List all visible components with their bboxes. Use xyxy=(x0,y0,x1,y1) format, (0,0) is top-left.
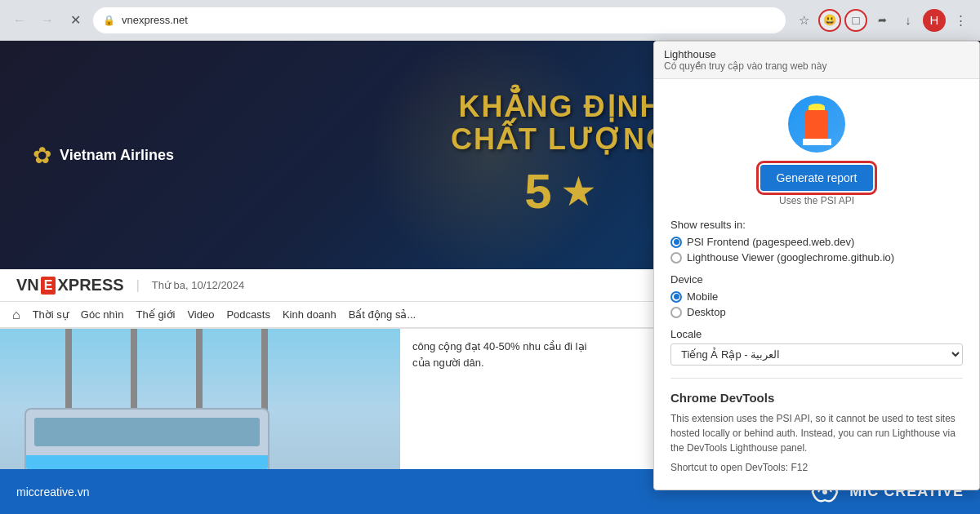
devtools-description: This extension uses the PSI API, so it c… xyxy=(670,411,963,455)
desktop-option[interactable]: Desktop xyxy=(670,306,963,318)
browser-actions: ☆ 😃 □ ➦ ↓ H ⋮ xyxy=(792,9,972,32)
device-label: Device xyxy=(670,273,963,286)
profile-button[interactable]: H xyxy=(923,9,946,32)
extension-puzzle-button[interactable]: □ xyxy=(844,9,867,32)
vne-vn: VN xyxy=(16,276,39,295)
article-image xyxy=(0,329,400,492)
popup-panel: Lighthouse Có quyền truy cập vào trang w… xyxy=(653,41,980,490)
reload-button[interactable]: ✕ xyxy=(64,9,87,32)
url-text: vnexpress.net xyxy=(122,14,776,26)
browser-chrome: ← → ✕ 🔒 vnexpress.net ☆ 😃 □ ➦ ↓ H ⋮ xyxy=(0,0,980,41)
generate-report-button[interactable]: Generate report xyxy=(760,165,874,191)
locale-section: Locale Tiếng Ả Rập - العربية xyxy=(670,328,963,366)
share-button[interactable]: ➦ xyxy=(871,9,893,32)
mobile-option[interactable]: Mobile xyxy=(670,290,963,303)
popup-body: Generate report Uses the PSI API Show re… xyxy=(654,79,979,490)
devtools-section: Chrome DevTools This extension uses the … xyxy=(670,378,963,473)
bookmark-button[interactable]: ☆ xyxy=(792,9,815,32)
desktop-label: Desktop xyxy=(687,306,726,318)
back-button[interactable]: ← xyxy=(8,9,31,32)
nav-the-gioi[interactable]: Thế giới xyxy=(136,308,176,321)
show-results-label: Show results in: xyxy=(670,219,963,231)
lighthouse-viewer-option[interactable]: Lighthouse Viewer (googlechrome.github.i… xyxy=(670,251,963,264)
va-logo: ✿ Vietnam Airlines xyxy=(33,142,174,169)
locale-label: Locale xyxy=(670,328,963,340)
device-section: Device Mobile Desktop xyxy=(670,273,963,318)
va-star-icon: ★ xyxy=(560,168,597,215)
nav-video[interactable]: Video xyxy=(187,308,214,321)
forward-button[interactable]: → xyxy=(36,9,59,32)
nav-buttons: ← → ✕ xyxy=(8,9,87,32)
psi-note: Uses the PSI API xyxy=(670,195,963,206)
psi-label: PSI Frontend (pagespeed.web.dev) xyxy=(687,236,854,248)
lighthouse-label: Lighthouse Viewer (googlechrome.github.i… xyxy=(687,251,894,264)
nav-podcasts[interactable]: Podcasts xyxy=(226,308,270,321)
mobile-label: Mobile xyxy=(687,290,718,303)
va-number: 5 xyxy=(524,163,551,219)
psi-radio[interactable] xyxy=(670,237,682,248)
menu-button[interactable]: ⋮ xyxy=(949,9,972,32)
vne-e-box: E xyxy=(41,277,56,295)
va-lotus-icon: ✿ xyxy=(33,142,51,169)
nav-kinh-doanh[interactable]: Kinh doanh xyxy=(283,308,336,321)
main-area: ✿ Vietnam Airlines KHẲNG ĐỊNH CHẤT LƯỢNG… xyxy=(0,41,980,514)
locale-select[interactable]: Tiếng Ả Rập - العربية xyxy=(670,343,963,366)
nav-bat-dong-san[interactable]: Bất động sả... xyxy=(349,308,416,321)
popup-lighthouse-label: Lighthouse xyxy=(664,48,969,60)
va-logo-area: ✿ Vietnam Airlines xyxy=(33,142,174,169)
show-results-section: Show results in: PSI Frontend (pagespeed… xyxy=(670,219,963,264)
vne-xpress: XPRESS xyxy=(57,276,123,295)
nav-goc-nhin[interactable]: Góc nhìn xyxy=(81,308,124,321)
lighthouse-extension-button[interactable]: 😃 xyxy=(818,9,841,32)
bottom-url: miccreative.vn xyxy=(16,485,89,498)
vne-divider: | xyxy=(136,278,140,293)
popup-header: Lighthouse Có quyền truy cập vào trang w… xyxy=(654,42,979,79)
mobile-radio[interactable] xyxy=(670,291,682,303)
vne-date: Thứ ba, 10/12/2024 xyxy=(152,279,245,291)
va-brand-name: Vietnam Airlines xyxy=(60,147,174,164)
lighthouse-icon xyxy=(788,95,845,153)
nav-thoi-su[interactable]: Thời sự xyxy=(33,308,69,321)
devtools-shortcut: Shortcut to open DevTools: F12 xyxy=(670,462,963,473)
lock-icon: 🔒 xyxy=(103,15,115,26)
address-bar[interactable]: 🔒 vnexpress.net xyxy=(93,7,786,33)
popup-access-text: Có quyền truy cập vào trang web này xyxy=(664,60,969,72)
psi-frontend-option[interactable]: PSI Frontend (pagespeed.web.dev) xyxy=(670,236,963,248)
vnexpress-logo: VN E XPRESS xyxy=(16,276,124,295)
train-window xyxy=(34,418,260,446)
devtools-title: Chrome DevTools xyxy=(670,391,963,405)
popup-icon-area xyxy=(670,95,963,153)
train xyxy=(24,408,270,473)
nav-home-icon[interactable]: ⌂ xyxy=(12,308,20,322)
lighthouse-radio[interactable] xyxy=(670,252,682,264)
desktop-radio[interactable] xyxy=(670,307,682,318)
download-button[interactable]: ↓ xyxy=(897,9,920,32)
